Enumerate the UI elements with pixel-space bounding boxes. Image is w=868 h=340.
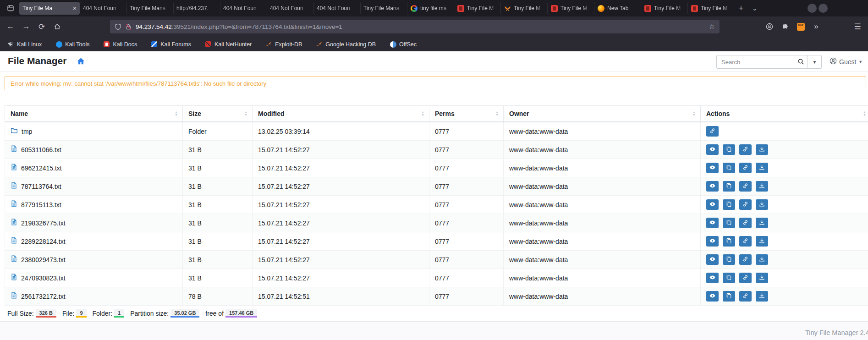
bookmark-item[interactable]: Kali Docs xyxy=(103,41,137,48)
sort-icon[interactable]: ▲▼ xyxy=(495,111,499,116)
link-action-button[interactable] xyxy=(739,218,752,228)
copy-action-button[interactable] xyxy=(723,273,735,283)
download-action-button[interactable] xyxy=(756,291,768,302)
copy-action-button[interactable] xyxy=(723,254,735,265)
copy-action-button[interactable] xyxy=(723,144,735,155)
link-action-button[interactable] xyxy=(739,236,752,247)
browser-tab[interactable]: 404 Not Foun xyxy=(313,2,360,15)
sort-icon[interactable]: ▲▼ xyxy=(692,111,696,116)
file-name-link[interactable]: tmp xyxy=(11,127,177,136)
link-action-button[interactable] xyxy=(706,126,719,137)
file-name-link[interactable]: 605311066.txt xyxy=(11,145,177,154)
reload-button[interactable]: ⟳ xyxy=(35,20,49,33)
bookmark-item[interactable]: Kali Linux xyxy=(7,41,42,48)
column-header-modified[interactable]: Modified▲▼ xyxy=(253,106,429,122)
view-action-button[interactable] xyxy=(706,273,719,283)
download-action-button[interactable] xyxy=(756,254,768,265)
view-action-button[interactable] xyxy=(706,199,719,210)
tab-list-dropdown-icon[interactable]: ⌄ xyxy=(748,2,762,15)
link-action-button[interactable] xyxy=(739,199,752,210)
copy-action-button[interactable] xyxy=(723,163,735,173)
copy-action-button[interactable] xyxy=(723,236,735,247)
view-action-button[interactable] xyxy=(706,254,719,265)
download-action-button[interactable] xyxy=(756,144,768,155)
bookmark-item[interactable]: Kali Tools xyxy=(55,41,89,48)
browser-tab[interactable]: Tiny File M xyxy=(500,2,547,15)
url-bar[interactable]: 94.237.54.42:39521/index.php?to=&from=78… xyxy=(110,20,720,33)
bookmark-item[interactable]: Kali NetHunter xyxy=(205,41,252,48)
window-control-dot[interactable] xyxy=(808,4,817,13)
browser-tab[interactable]: Tiny File Mana xyxy=(126,2,173,15)
search-icon[interactable] xyxy=(797,58,804,67)
bookmark-item[interactable]: Kali Forums xyxy=(151,41,191,48)
file-perms[interactable]: 0777 xyxy=(429,251,504,269)
sort-icon[interactable]: ▲▼ xyxy=(175,111,178,116)
download-action-button[interactable] xyxy=(756,236,768,247)
bookmark-star-icon[interactable]: ☆ xyxy=(709,22,715,31)
browser-tab[interactable]: 404 Not Foun xyxy=(80,2,126,15)
file-perms[interactable]: 0777 xyxy=(429,232,504,251)
back-button[interactable]: ← xyxy=(4,20,17,33)
file-name-link[interactable]: 877915113.txt xyxy=(11,200,177,209)
app-home-icon[interactable] xyxy=(77,57,85,67)
sort-icon[interactable]: ▲▼ xyxy=(421,111,424,116)
file-perms[interactable]: 0777 xyxy=(429,122,504,141)
browser-tab[interactable]: Tiny File M xyxy=(687,2,734,15)
user-menu[interactable]: Guest ▼ xyxy=(830,57,863,66)
window-control-dot[interactable] xyxy=(819,4,828,13)
browser-tab[interactable]: New Tab xyxy=(594,2,641,15)
download-action-button[interactable] xyxy=(756,199,768,210)
new-tab-button[interactable]: + xyxy=(734,2,748,15)
shield-icon[interactable] xyxy=(115,23,121,30)
browser-tab[interactable]: Tiny File M xyxy=(641,2,687,15)
view-action-button[interactable] xyxy=(706,291,719,302)
bookmark-item[interactable]: Exploit-DB xyxy=(265,41,302,48)
download-action-button[interactable] xyxy=(756,163,768,173)
column-header-name[interactable]: Name▲▼ xyxy=(5,106,183,122)
bookmark-item[interactable]: Google Hacking DB xyxy=(316,41,376,48)
link-action-button[interactable] xyxy=(739,163,752,173)
download-action-button[interactable] xyxy=(756,273,768,283)
browser-tab[interactable]: 404 Not Foun xyxy=(220,2,267,15)
file-name-link[interactable]: 2561732172.txt xyxy=(11,292,177,301)
file-perms[interactable]: 0777 xyxy=(429,159,504,177)
bookmark-item[interactable]: OffSec xyxy=(390,41,417,48)
download-action-button[interactable] xyxy=(756,181,768,192)
home-button[interactable] xyxy=(50,20,64,33)
forward-button[interactable]: → xyxy=(19,20,33,33)
browser-tab[interactable]: Tiny File Ma× xyxy=(19,2,80,15)
menu-hamburger-icon[interactable]: ☰ xyxy=(851,20,864,33)
view-action-button[interactable] xyxy=(706,163,719,173)
browser-tab[interactable]: tiny file ma xyxy=(407,2,454,15)
column-header-size[interactable]: Size▲▼ xyxy=(183,106,253,122)
insecure-lock-icon[interactable] xyxy=(125,23,132,30)
search-input[interactable] xyxy=(716,55,808,69)
sort-icon[interactable]: ▲▼ xyxy=(863,111,866,116)
sort-icon[interactable]: ▲▼ xyxy=(244,111,247,116)
file-name-link[interactable]: 787113764.txt xyxy=(11,182,177,191)
link-action-button[interactable] xyxy=(739,144,752,155)
view-action-button[interactable] xyxy=(706,218,719,228)
overflow-chevrons-icon[interactable]: » xyxy=(809,20,823,33)
column-header-owner[interactable]: Owner▲▼ xyxy=(504,106,701,122)
column-header-perms[interactable]: Perms▲▼ xyxy=(429,106,504,122)
link-action-button[interactable] xyxy=(739,291,752,302)
download-action-button[interactable] xyxy=(756,218,768,228)
link-action-button[interactable] xyxy=(739,254,752,265)
column-header-actions[interactable]: Actions▲▼ xyxy=(701,106,868,122)
view-action-button[interactable] xyxy=(706,236,719,247)
file-name-link[interactable]: 2380029473.txt xyxy=(11,255,177,264)
file-perms[interactable]: 0777 xyxy=(429,177,504,196)
link-action-button[interactable] xyxy=(739,273,752,283)
file-name-link[interactable]: 2470930823.txt xyxy=(11,274,177,282)
file-name-link[interactable]: 696212415.txt xyxy=(11,164,177,172)
view-action-button[interactable] xyxy=(706,144,719,155)
copy-action-button[interactable] xyxy=(723,218,735,228)
file-perms[interactable]: 0777 xyxy=(429,214,504,232)
close-icon[interactable]: × xyxy=(73,5,77,11)
copy-action-button[interactable] xyxy=(723,199,735,210)
copy-action-button[interactable] xyxy=(723,291,735,302)
firefox-view-button[interactable] xyxy=(4,2,17,15)
account-icon[interactable] xyxy=(763,20,776,33)
browser-tab[interactable]: http://94.237. xyxy=(173,2,220,15)
